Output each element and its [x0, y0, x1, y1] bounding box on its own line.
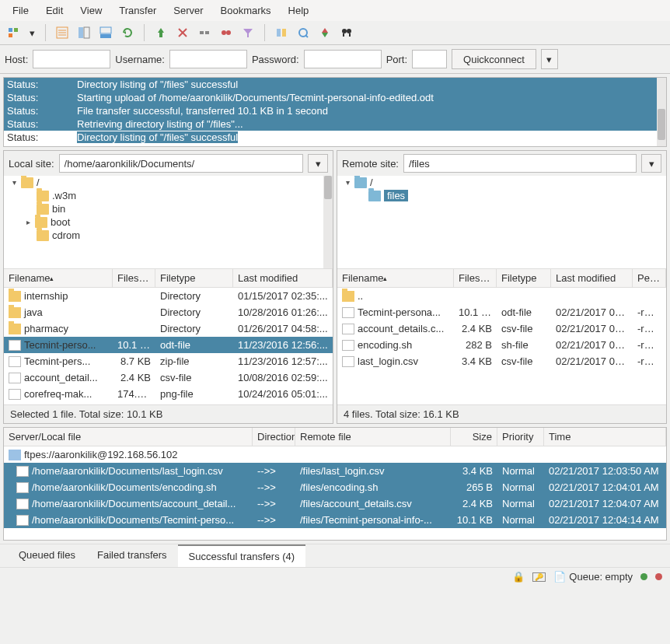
toggle-queue-icon[interactable]	[97, 24, 114, 41]
tree-node[interactable]: boot	[51, 216, 70, 228]
toggle-tree-icon[interactable]	[75, 24, 92, 41]
col-filesize[interactable]: Filesize	[454, 269, 497, 287]
file-row[interactable]: pharmacyDirectory01/26/2017 04:58:...	[4, 320, 333, 337]
reconnect-icon[interactable]	[218, 24, 235, 41]
cancel-icon[interactable]	[174, 24, 191, 41]
col-modified[interactable]: Last modified	[551, 269, 633, 287]
col-filename[interactable]: Filename	[337, 269, 454, 287]
remote-pane: Remote site: ▾ ▾/ files Filename Filesiz…	[337, 150, 667, 424]
password-input[interactable]	[304, 50, 382, 68]
col-filename[interactable]: Filename	[4, 269, 113, 287]
col-direction[interactable]: Direction	[253, 428, 295, 446]
folder-up-icon	[342, 291, 354, 302]
tab-queued[interactable]: Queued files	[8, 544, 86, 567]
remote-tree[interactable]: ▾/ files	[337, 176, 666, 269]
file-row[interactable]: last_login.csv3.4 KBcsv-file02/21/2017 0…	[337, 353, 666, 369]
col-size[interactable]: Size	[451, 428, 497, 446]
file-icon	[9, 356, 21, 367]
filter-icon[interactable]	[239, 24, 256, 41]
menu-view[interactable]: View	[72, 2, 110, 19]
password-label: Password:	[252, 54, 299, 65]
quickconnect-button[interactable]: Quickconnect	[452, 49, 536, 69]
local-tree[interactable]: ▾/ .w3m bin ▸boot cdrom	[4, 176, 333, 269]
file-row[interactable]: javaDirectory10/28/2016 01:26:...	[4, 304, 333, 320]
menu-help[interactable]: Help	[281, 2, 317, 19]
col-filetype[interactable]: Filetype	[155, 269, 233, 287]
svg-point-25	[342, 29, 347, 33]
svg-rect-14	[200, 31, 204, 34]
message-log[interactable]: Status:Directory listing of "/files" suc…	[3, 77, 667, 147]
quickconnect-history-dropdown[interactable]: ▾	[541, 49, 558, 69]
queue-row[interactable]: /home/aaronkilik/Documents/last_login.cs…	[4, 463, 666, 479]
encryption-icon: 🔑	[532, 572, 546, 582]
svg-point-17	[226, 30, 231, 35]
file-row[interactable]: account_detail...2.4 KBcsv-file10/08/201…	[4, 369, 333, 386]
remote-path-input[interactable]	[403, 154, 637, 173]
col-remote-file[interactable]: Remote file	[295, 428, 451, 446]
search-remote-icon[interactable]	[338, 24, 355, 41]
tree-node[interactable]: bin	[52, 203, 65, 215]
menu-server[interactable]: Server	[166, 2, 211, 19]
col-priority[interactable]: Priority	[497, 428, 544, 446]
remote-file-list[interactable]: ..Tecmint-persona...10.1 KBodt-file02/21…	[337, 288, 666, 404]
tree-node[interactable]: cdrom	[52, 229, 80, 241]
refresh-icon[interactable]	[119, 24, 136, 41]
tree-node[interactable]: /	[370, 177, 373, 188]
menu-file[interactable]: File	[5, 2, 37, 19]
sync-browse-icon[interactable]	[295, 24, 312, 41]
dropdown-icon[interactable]: ▾	[26, 24, 37, 41]
menu-transfer[interactable]: Transfer	[111, 2, 164, 19]
folder-icon	[21, 177, 33, 188]
col-server-file[interactable]: Server/Local file	[4, 428, 253, 446]
tab-failed[interactable]: Failed transfers	[86, 544, 178, 567]
queue-tabs: Queued files Failed transfers Successful…	[0, 544, 670, 567]
port-label: Port:	[386, 54, 407, 65]
queue-server-row[interactable]: ftpes://aaronkilik@192.168.56.102	[4, 446, 666, 463]
host-input[interactable]	[33, 50, 110, 68]
file-row[interactable]: Tecmint-persona...10.1 KBodt-file02/21/2…	[337, 304, 666, 320]
menu-edit[interactable]: Edit	[38, 2, 71, 19]
scrollbar[interactable]	[657, 78, 666, 146]
local-file-list[interactable]: internshipDirectory01/15/2017 02:35:...j…	[4, 288, 333, 404]
col-permissions[interactable]: Per...	[633, 269, 666, 287]
queue-body[interactable]: ftpes://aaronkilik@192.168.56.102/home/a…	[4, 446, 666, 540]
port-input[interactable]	[412, 50, 447, 68]
menu-bookmarks[interactable]: Bookmarks	[213, 2, 279, 19]
col-modified[interactable]: Last modified	[233, 269, 333, 287]
compare-icon[interactable]	[273, 24, 290, 41]
svg-rect-7	[79, 27, 83, 38]
process-queue-icon[interactable]	[152, 24, 169, 41]
col-filesize[interactable]: Filesize	[113, 269, 155, 287]
auto-scroll-icon[interactable]	[316, 24, 333, 41]
file-row[interactable]: account_details.c...2.4 KBcsv-file02/21/…	[337, 320, 666, 337]
tree-node[interactable]: /	[37, 177, 40, 188]
disconnect-icon[interactable]	[196, 24, 213, 41]
file-row[interactable]: encoding.sh282 Bsh-file02/21/2017 03...-…	[337, 337, 666, 353]
svg-rect-0	[9, 28, 12, 32]
toggle-log-icon[interactable]	[54, 24, 71, 41]
file-row[interactable]: internshipDirectory01/15/2017 02:35:...	[4, 288, 333, 304]
file-row[interactable]: corefreq-mak...174.3 KBpng-file10/24/201…	[4, 386, 333, 402]
tree-node[interactable]: .w3m	[52, 190, 76, 201]
local-path-dropdown[interactable]: ▾	[308, 154, 328, 173]
col-time[interactable]: Time	[544, 428, 666, 446]
scrollbar[interactable]	[323, 176, 333, 268]
folder-icon	[37, 230, 49, 241]
file-icon	[342, 307, 354, 318]
tab-successful[interactable]: Successful transfers (4)	[178, 544, 306, 567]
tree-node[interactable]: files	[384, 190, 408, 201]
remote-path-dropdown[interactable]: ▾	[641, 154, 661, 173]
menubar: File Edit View Transfer Server Bookmarks…	[0, 0, 670, 21]
file-row[interactable]: Tecmint-perso...10.1 KBodt-file11/23/201…	[4, 337, 333, 353]
remote-site-label: Remote site:	[342, 158, 399, 170]
queue-row[interactable]: /home/aaronkilik/Documents/Tecmint-perso…	[4, 512, 666, 528]
log-msg: Directory listing of "/files" successful	[77, 131, 238, 143]
file-row[interactable]: Tecmint-pers...8.7 KBzip-file11/23/2016 …	[4, 353, 333, 369]
col-filetype[interactable]: Filetype	[497, 269, 551, 287]
site-manager-icon[interactable]	[5, 24, 22, 41]
queue-row[interactable]: /home/aaronkilik/Documents/account_detai…	[4, 495, 666, 512]
queue-row[interactable]: /home/aaronkilik/Documents/encoding.sh--…	[4, 479, 666, 495]
local-path-input[interactable]	[59, 154, 303, 173]
file-row[interactable]: ..	[337, 288, 666, 304]
username-input[interactable]	[169, 50, 247, 68]
